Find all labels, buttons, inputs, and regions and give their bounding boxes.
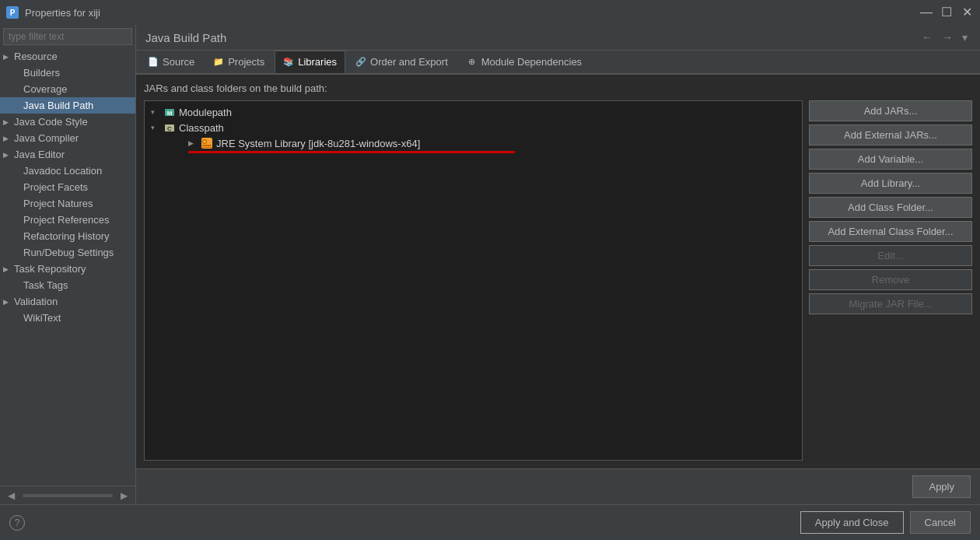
sidebar-item-project-facets[interactable]: Project Facets [0, 179, 135, 195]
arrow-icon: ▶ [3, 151, 11, 159]
nav-back-button[interactable]: ← [919, 30, 936, 45]
sidebar-item-java-code-style[interactable]: ▶ Java Code Style [0, 114, 135, 130]
arrow-icon: ▶ [3, 265, 11, 273]
tab-module-dependencies[interactable]: ⊕ Module Dependencies [458, 51, 590, 73]
right-panel: Java Build Path ← → ▾ 📄 Source 📁 Project… [136, 25, 980, 504]
sidebar-item-label: Project Natures [23, 198, 93, 209]
sidebar-item-wikitext[interactable]: WikiText [0, 310, 135, 326]
tree-buttons-area: ▾ M Modulepath ▾ [144, 100, 972, 461]
sidebar-item-label: Refactoring History [23, 230, 110, 242]
sidebar-item-java-build-path[interactable]: Java Build Path [0, 97, 135, 114]
sidebar-item-label: Run/Debug Settings [23, 247, 114, 258]
tab-libraries[interactable]: 📚 Libraries [275, 51, 345, 73]
sidebar-item-coverage[interactable]: Coverage [0, 81, 135, 97]
panel-header: Java Build Path ← → ▾ [136, 25, 980, 51]
scroll-left-icon[interactable]: ◀ [3, 489, 19, 503]
tab-order-export[interactable]: 🔗 Order and Export [347, 51, 457, 73]
libraries-tab-icon: 📚 [283, 57, 294, 68]
remove-button[interactable]: Remove [809, 269, 972, 290]
expand-arrow-icon: ▶ [188, 139, 198, 147]
close-button[interactable]: ✕ [960, 5, 974, 19]
sidebar-item-project-references[interactable]: Project References [0, 212, 135, 228]
buttons-panel: Add JARs... Add External JARs... Add Var… [809, 100, 972, 461]
sidebar-item-label: Java Editor [14, 149, 65, 160]
modulepath-icon: M [163, 106, 176, 118]
sidebar-item-task-tags[interactable]: Task Tags [0, 277, 135, 293]
tree-item-jre[interactable]: ▶ JRE System Library [jdk-8 [145, 135, 802, 151]
add-external-jars-button[interactable]: Add External JARs... [809, 124, 972, 146]
edit-button[interactable]: Edit... [809, 245, 972, 266]
sidebar-item-label: Task Repository [14, 263, 86, 275]
migrate-jar-file-button[interactable]: Migrate JAR File... [809, 293, 972, 314]
panel-title: Java Build Path [145, 31, 226, 44]
cancel-button[interactable]: Cancel [910, 511, 971, 534]
tree-item-label: Classpath [179, 122, 799, 134]
jre-icon [201, 137, 213, 149]
tabs-bar: 📄 Source 📁 Projects 📚 Libraries 🔗 Order … [136, 51, 980, 75]
sidebar-item-label: Validation [14, 296, 58, 307]
help-button[interactable]: ? [9, 515, 25, 531]
tab-libraries-label: Libraries [298, 56, 337, 68]
app-icon: P [6, 6, 19, 19]
sidebar-item-label: Java Compiler [14, 132, 79, 144]
sidebar-item-java-compiler[interactable]: ▶ Java Compiler [0, 130, 135, 146]
tree-item-modulepath[interactable]: ▾ M Modulepath [145, 104, 802, 120]
add-external-class-folder-button[interactable]: Add External Class Folder... [809, 221, 972, 242]
sidebar-list: ▶ Resource Builders Coverage Java Build … [0, 48, 135, 486]
svg-text:C: C [167, 125, 172, 132]
expand-arrow-icon: ▾ [151, 124, 160, 131]
arrow-icon: ▶ [3, 53, 11, 61]
scroll-right-icon[interactable]: ▶ [116, 489, 132, 503]
sidebar-item-builders[interactable]: Builders [0, 65, 135, 81]
tab-source-label: Source [163, 56, 194, 68]
red-underline-annotation [188, 151, 515, 153]
tree-item-label: Modulepath [179, 107, 799, 118]
tab-projects[interactable]: 📁 Projects [205, 51, 273, 73]
add-class-folder-button[interactable]: Add Class Folder... [809, 197, 972, 218]
sidebar-item-project-natures[interactable]: Project Natures [0, 195, 135, 212]
sidebar-item-label: Resource [14, 51, 58, 62]
title-bar: P Properties for xiji — ☐ ✕ [0, 0, 980, 25]
apply-button[interactable]: Apply [912, 475, 971, 498]
sidebar-item-run-debug-settings[interactable]: Run/Debug Settings [0, 244, 135, 261]
arrow-icon: ▶ [3, 298, 11, 306]
content-area: ▶ Resource Builders Coverage Java Build … [0, 25, 980, 504]
window-title: Properties for xiji [25, 7, 919, 19]
sidebar-item-label: Coverage [23, 83, 67, 95]
projects-tab-icon: 📁 [213, 57, 224, 68]
classpath-icon: C [163, 121, 176, 134]
nav-dropdown-icon[interactable]: ▾ [959, 30, 971, 45]
footer-buttons: Apply and Close Cancel [800, 511, 971, 534]
add-variable-button[interactable]: Add Variable... [809, 149, 972, 170]
tab-module-deps-label: Module Dependencies [481, 56, 582, 68]
window-controls: — ☐ ✕ [919, 5, 974, 19]
maximize-button[interactable]: ☐ [940, 5, 954, 19]
sidebar-item-resource[interactable]: ▶ Resource [0, 48, 135, 65]
tree-container[interactable]: ▾ M Modulepath ▾ [144, 100, 803, 461]
sidebar-item-label: Java Build Path [23, 100, 93, 111]
order-export-tab-icon: 🔗 [355, 57, 366, 68]
add-jars-button[interactable]: Add JARs... [809, 100, 972, 121]
arrow-icon: ▶ [3, 135, 11, 142]
sidebar-item-validation[interactable]: ▶ Validation [0, 293, 135, 310]
tab-source[interactable]: 📄 Source [139, 51, 203, 73]
apply-and-close-button[interactable]: Apply and Close [800, 511, 904, 534]
expand-arrow-icon: ▾ [151, 108, 160, 116]
bottom-bar: Apply [136, 468, 980, 504]
sidebar-item-task-repository[interactable]: ▶ Task Repository [0, 261, 135, 277]
tab-projects-label: Projects [228, 56, 264, 68]
sidebar-item-refactoring-history[interactable]: Refactoring History [0, 228, 135, 244]
sidebar-scrollbar: ◀ ▶ [0, 486, 135, 504]
minimize-button[interactable]: — [919, 5, 933, 19]
sidebar-item-label: Project Facets [23, 181, 88, 193]
filter-input[interactable] [3, 28, 132, 45]
tree-item-label: JRE System Library [jdk-8u281-windows-x6… [216, 138, 799, 149]
sidebar-item-javadoc-location[interactable]: Javadoc Location [0, 163, 135, 179]
tree-item-classpath[interactable]: ▾ C Classpath [145, 120, 802, 135]
sidebar-item-label: Project References [23, 214, 110, 226]
svg-rect-8 [202, 147, 212, 148]
dialog-footer: ? Apply and Close Cancel [0, 504, 980, 540]
sidebar-item-java-editor[interactable]: ▶ Java Editor [0, 146, 135, 163]
nav-forward-button[interactable]: → [939, 30, 956, 45]
add-library-button[interactable]: Add Library... [809, 173, 972, 194]
